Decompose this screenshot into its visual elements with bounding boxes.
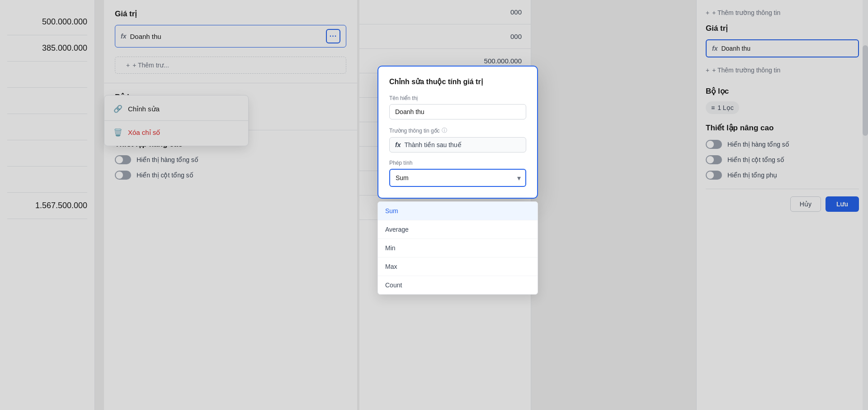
hint-icon: ⓘ	[442, 127, 447, 134]
phep-tinh-select-container: Sum Average Min Max Count ▾	[389, 169, 526, 187]
truong-value: Thành tiền sau thuế	[404, 141, 461, 148]
ten-hien-thi-label: Tên hiển thị	[389, 95, 526, 101]
ten-hien-thi-input[interactable]	[389, 104, 526, 119]
truong-thong-tin-field: fx Thành tiền sau thuế	[389, 137, 526, 153]
dropdown-option-max[interactable]: Max	[378, 257, 538, 276]
truong-thong-tin-label: Trường thông tin gốc ⓘ	[389, 127, 526, 134]
dropdown-option-min[interactable]: Min	[378, 239, 538, 257]
phep-tinh-label: Phép tính	[389, 160, 526, 166]
dropdown-option-count[interactable]: Count	[378, 276, 538, 294]
phep-tinh-select[interactable]: Sum Average Min Max Count	[389, 169, 526, 187]
dropdown-option-sum[interactable]: Sum	[378, 202, 538, 220]
main-modal: Chỉnh sửa thuộc tính giá trị Tên hiển th…	[377, 66, 538, 199]
dropdown-options-list: Sum Average Min Max Count	[377, 201, 538, 295]
dropdown-option-average[interactable]: Average	[378, 220, 538, 239]
truong-fx-icon: fx	[395, 141, 401, 148]
modal-title: Chỉnh sửa thuộc tính giá trị	[389, 77, 526, 86]
